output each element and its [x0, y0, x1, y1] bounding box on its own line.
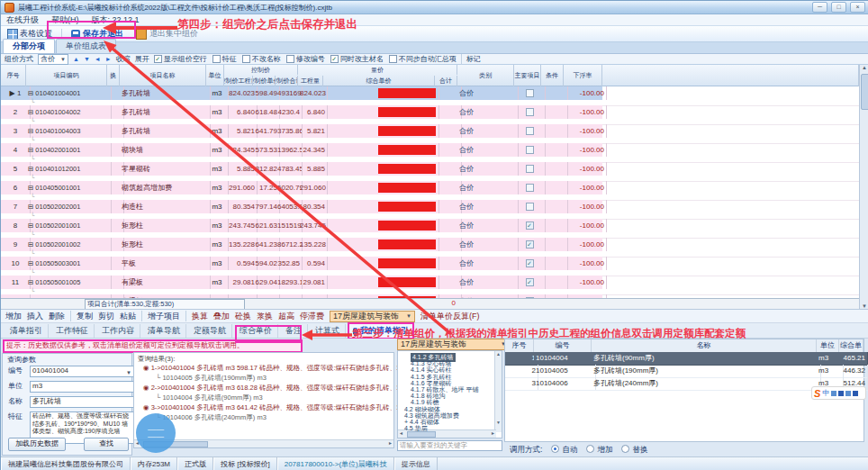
toolbar2-button-停滞费[interactable]: 停滞费 — [300, 311, 324, 322]
tab-清单导航[interactable]: 清单导航 — [142, 324, 186, 338]
nav-vertical-scrollbar[interactable]: ▲▼ — [494, 351, 502, 432]
move-down-icon[interactable]: ▼ — [84, 56, 90, 62]
result-item[interactable]: ◉ 3->010401004 多孔砖墙 m3 641.42 砖品种、规格、强度等… — [143, 403, 414, 412]
first-row-icon[interactable]: ◄ — [95, 56, 101, 62]
field-编号-input[interactable]: 010401004▼ — [30, 366, 134, 377]
call-mode-option[interactable]: 替换 — [621, 445, 647, 456]
checkbox-icon[interactable] — [212, 55, 221, 63]
tab-工作特征[interactable]: 工作特征 — [50, 324, 95, 338]
main-item-checkbox[interactable]: ✓ — [526, 221, 534, 230]
option-checkbox[interactable]: ✓显示组价空行 — [154, 54, 207, 64]
tab-清单指引[interactable]: 清单指引 — [5, 324, 49, 338]
main-item-checkbox[interactable] — [526, 184, 534, 192]
column-header[interactable]: 控制价合计 — [276, 76, 298, 86]
option-checkbox[interactable]: ✓同时改主材名 — [330, 54, 384, 64]
minimize-button[interactable]: ─ — [812, 2, 827, 13]
tab-unit-price-composition[interactable]: 单价组成表 — [56, 39, 116, 53]
tab-fenbu-fenxiang[interactable]: 分部分项 — [3, 39, 55, 53]
table-row[interactable]: 7⊟ 010502002001构造柱m380.354797.1464053.39… — [1, 200, 602, 213]
quota-row[interactable]: 110104004多孔砖墙(90mm厚)m3465.21 — [505, 352, 863, 365]
radio-icon[interactable] — [586, 445, 594, 453]
main-item-checkbox[interactable]: ✓ — [526, 278, 534, 286]
column-header[interactable]: 控制价工程量 — [224, 76, 253, 86]
checkbox-icon[interactable]: ✓ — [154, 55, 162, 63]
tab-工作内容[interactable]: 工作内容 — [96, 324, 140, 338]
result-sub-item[interactable]: └ 10104004 多孔砖墙(90mm厚) m3 — [156, 393, 263, 402]
call-mode-option[interactable]: 自动 — [551, 445, 577, 456]
quota-column-header[interactable]: 单位 — [817, 339, 839, 353]
column-header[interactable]: 控制价 — [224, 65, 298, 75]
table-row[interactable]: 5⊟ 010401012001零星砌砖m35.885812.824783.455… — [1, 162, 602, 176]
collapse-button[interactable]: 收缩 — [116, 54, 131, 64]
result-sub-item[interactable]: └ 10104006 多孔砖墙(240mm厚) m3 — [156, 413, 267, 422]
load-history-button[interactable]: 加载历史数据 — [8, 438, 66, 451]
column-header[interactable] — [602, 65, 859, 86]
table-row[interactable]: 6⊟ 010405001001砌筑超高增加费m3291.06017.255020… — [1, 181, 602, 194]
result-item[interactable]: ◉ 1->010401004 多孔砖墙 m3 598.17 砖品种、规格、强度等… — [143, 364, 414, 373]
toolbar2-button-叠加[interactable]: 叠加 — [213, 311, 230, 322]
library-select[interactable]: 17房屋建筑与装饰▼ — [330, 311, 415, 322]
toolbar2-button-增加[interactable]: 增加 — [5, 311, 22, 322]
toolbar2-button-粘贴[interactable]: 粘贴 — [120, 311, 136, 322]
main-item-checkbox[interactable] — [526, 165, 534, 173]
tab-计算式[interactable]: 计算式 — [310, 324, 346, 338]
toolbar2-button-砼换[interactable]: 砼换 — [235, 311, 251, 322]
option-checkbox[interactable]: 不同步自动汇总项 — [389, 54, 457, 64]
toolbar2-button-插入[interactable]: 插入 — [27, 311, 43, 322]
main-item-checkbox[interactable] — [526, 146, 534, 154]
table-row[interactable]: 3⊟ 010401004003多孔砖墙m35.821641.793735.865… — [1, 124, 602, 138]
column-header[interactable]: 综合单价 — [323, 76, 435, 86]
checkbox-icon[interactable] — [242, 55, 250, 63]
option-checkbox[interactable]: 修改编号 — [286, 54, 325, 64]
quota-column-header[interactable]: 综合单价 — [839, 339, 863, 353]
table-row[interactable]: 9⊟ 010502001002矩形柱m3135.228641.2386712.2… — [1, 238, 602, 251]
sogou-input-toolbar[interactable]: S 中 — [811, 386, 866, 400]
column-header[interactable]: 下浮率 — [564, 65, 602, 86]
reverse-calc-button[interactable]: 清单单价反算(F) — [420, 311, 480, 322]
toolbar2-button-增子项目[interactable]: 增子项目 — [148, 311, 180, 322]
column-header[interactable]: 条件 — [541, 65, 564, 86]
checkbox-icon[interactable]: ✓ — [330, 55, 339, 63]
menu-help[interactable]: 帮助(H) — [51, 14, 79, 26]
column-header[interactable]: 量价 — [298, 65, 457, 75]
column-header[interactable]: 换 — [107, 65, 120, 86]
move-up-icon[interactable]: ▲ — [73, 56, 79, 62]
field-名称-input[interactable]: 多孔砖墙 — [30, 396, 134, 408]
keyword-search-input[interactable]: 请输入要查找的关键字 — [397, 440, 502, 451]
close-button[interactable]: × — [850, 2, 865, 13]
table-row[interactable]: 10⊟ 010505003001平板m30.594594.02352.850.5… — [1, 257, 602, 270]
checkbox-icon[interactable] — [286, 55, 294, 63]
table-row[interactable]: 8⊟ 010502001001矩形柱m3243.745621.63151519.… — [1, 219, 602, 232]
radio-icon[interactable] — [621, 445, 629, 453]
menu-online-upgrade[interactable]: 在线升级 — [6, 14, 39, 26]
toolbar2-button-删除[interactable]: 删除 — [49, 311, 65, 322]
table-row[interactable]: ▶ 1⊟ 010401004001多孔砖墙m3824.023598.494931… — [1, 86, 602, 100]
expand-button[interactable]: 展开 — [135, 54, 149, 64]
table-row[interactable]: 4⊟ 010402001001砌块墙m324.345573.5313962.59… — [1, 143, 602, 157]
column-header[interactable]: 合计 — [435, 76, 457, 86]
maximize-button[interactable]: □ — [831, 2, 846, 13]
column-header[interactable]: 项目编码 — [26, 65, 107, 86]
quota-column-header[interactable]: 编号 — [534, 339, 592, 353]
search-button[interactable]: 查找 — [84, 438, 129, 451]
column-header[interactable]: 类别 — [457, 65, 514, 86]
checkbox-icon[interactable] — [389, 55, 397, 63]
tab-综合单价[interactable]: 综合单价 — [234, 324, 278, 338]
toolbar2-button-换算[interactable]: 换算 — [192, 311, 208, 322]
scrollbar-thumb[interactable] — [861, 74, 868, 110]
mark-label[interactable]: 标记 — [466, 54, 481, 64]
quota-column-header[interactable]: 名称 — [592, 339, 817, 353]
table-row[interactable]: 11⊟ 010505001005有梁板m329.081629.0418293.1… — [1, 276, 602, 289]
toolbar2-button-浆换[interactable]: 浆换 — [257, 311, 273, 322]
main-item-checkbox[interactable] — [526, 203, 534, 211]
main-item-checkbox[interactable]: ✓ — [526, 240, 534, 249]
toolbar2-button-剪切[interactable]: 剪切 — [98, 311, 114, 322]
tab-定额导航[interactable]: 定额导航 — [188, 324, 232, 338]
column-header[interactable]: 单位 — [206, 65, 224, 86]
main-item-checkbox[interactable]: ✓ — [526, 259, 534, 267]
column-header[interactable]: 主要项目 — [514, 65, 541, 86]
option-checkbox[interactable]: 特征 — [212, 54, 237, 64]
column-header[interactable]: 控制价单价 — [253, 76, 276, 86]
nav-tree-item[interactable]: 4.5 垫层 — [404, 424, 428, 433]
quota-column-header[interactable]: 序号 — [505, 339, 534, 353]
